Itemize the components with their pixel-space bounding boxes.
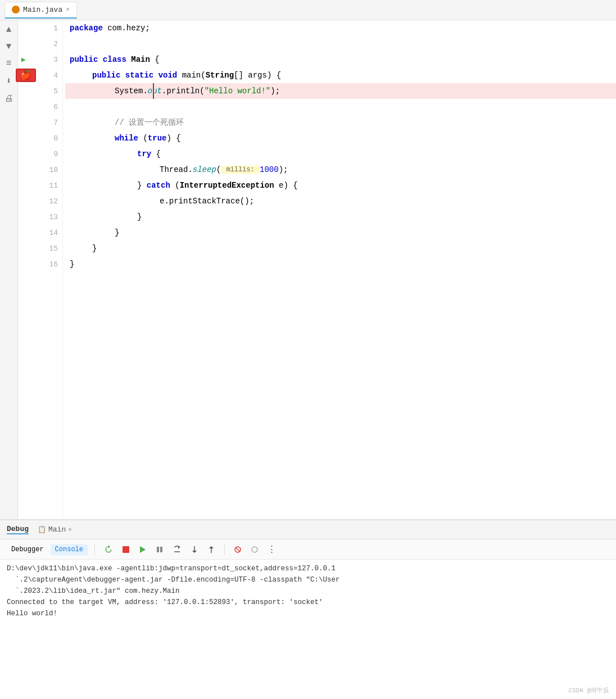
gutter-row-4: ▶ 🍎 4 (18, 67, 62, 83)
line-num-10: 10 (47, 166, 58, 174)
interrupted-exception: InterruptedException (180, 181, 274, 190)
line-num-8: 8 (47, 134, 58, 143)
debug-apple-icon: 🍎 (20, 70, 31, 81)
step-out-button[interactable] (205, 544, 218, 555)
gutter-row-1: 1 (18, 20, 62, 36)
rerun-button[interactable] (102, 544, 115, 555)
step-over-button[interactable] (170, 544, 184, 555)
more-button[interactable]: ⋮ (265, 543, 278, 556)
svg-marker-2 (140, 546, 146, 553)
svg-marker-8 (192, 551, 197, 553)
kw-while: while (115, 134, 138, 143)
gutter-row-3: ▶ 3 (18, 52, 62, 67)
stop-button[interactable] (120, 544, 132, 555)
console-subtab[interactable]: Console (51, 544, 88, 555)
gutter-row-7: 7 (18, 115, 62, 130)
system-out: System. (115, 87, 148, 96)
toolbar-sep-1 (94, 544, 95, 555)
line-num-3: 3 (47, 56, 58, 64)
code-line-1: package com.hezy; (65, 20, 616, 36)
debug-toolbar: Debugger Console (0, 539, 616, 560)
pause-button[interactable] (153, 544, 166, 555)
gutter-row-6: 6 (18, 99, 62, 115)
main-java-tab[interactable]: Main.java × (4, 2, 77, 19)
line-num-4: 4 (47, 71, 58, 80)
console-line-3: `.2023.2\lib\idea_rt.jar" com.hezy.Main (7, 585, 609, 597)
code-line-10: Thread.sleep( millis: 1000); (65, 162, 616, 178)
line-num-15: 15 (47, 244, 58, 253)
clear-button[interactable] (248, 544, 261, 555)
debug-breakpoint-box[interactable]: 🍎 (16, 69, 36, 82)
svg-rect-4 (160, 547, 162, 552)
hello-string: "Hello world!" (205, 87, 271, 96)
sub-tabs: Debugger Console (7, 544, 88, 555)
kw-void: void (158, 71, 178, 80)
arrow-down-icon[interactable]: ▼ (6, 42, 12, 52)
tab-close-button[interactable]: × (66, 6, 70, 13)
code-line-11: } catch (InterruptedException e) { (65, 178, 616, 193)
print-stack-trace: e.printStackT­race(); (160, 197, 254, 206)
sleep-method: sleep (193, 165, 216, 174)
line-num-14: 14 (47, 229, 58, 237)
line-num-11: 11 (47, 181, 58, 190)
line-num-1: 1 (47, 24, 58, 33)
line-num-16: 16 (47, 260, 58, 269)
debugger-subtab[interactable]: Debugger (7, 544, 48, 555)
line-num-7: 7 (47, 119, 58, 127)
code-line-2 (65, 36, 616, 52)
code-line-13: } (65, 209, 616, 225)
editor-container: ▲ ▼ ≡ ⬇ 🖨 1 2 ▶ 3 ▶ 🍎 (0, 20, 616, 519)
kw-catch: catch (147, 181, 170, 190)
align-bottom-icon[interactable]: ⬇ (6, 75, 12, 87)
main-session-tab[interactable]: 📋 Main × (38, 525, 72, 534)
code-line-5: System.out.println("Hello world!"); (65, 83, 616, 99)
sleep-value: 1000 (260, 165, 279, 174)
gutter-row-8: 8 (18, 130, 62, 146)
gutter-row-15: 15 (18, 240, 62, 256)
code-line-7: // 设置一个死循环 (65, 115, 616, 130)
console-line-4: Connected to the target VM, address: '12… (7, 597, 609, 608)
console-line-2: `.2\captureAgent\debugger-agent.jar -Dfi… (7, 574, 609, 585)
code-line-4: public static void main(String[] args) { (65, 67, 616, 83)
code-line-8: while (true) { (65, 130, 616, 146)
print-icon[interactable]: 🖨 (4, 93, 13, 104)
console-output: D:\dev\jdk11\bin\java.exe -agentlib:jdwp… (0, 560, 616, 699)
main-session-label: Main (48, 525, 66, 534)
tab-bar: Main.java × (0, 0, 616, 20)
code-line-9: try { (65, 146, 616, 162)
console-line-5: Hello world! (7, 608, 609, 619)
kw-class: class (103, 55, 126, 64)
code-line-3: public class Main { (65, 52, 616, 67)
gutter-row-13: 13 (18, 209, 62, 225)
run-icon-3[interactable]: ▶ (21, 55, 26, 64)
java-file-icon (12, 6, 20, 13)
line-num-6: 6 (47, 103, 58, 111)
gutter-row-12: 12 (18, 193, 62, 209)
code-line-16: } (65, 256, 616, 272)
param-hint-millis: millis: (221, 166, 260, 174)
code-editor[interactable]: package com.hezy; public class Main { pu… (63, 20, 616, 519)
gutter-row-5: 5 (18, 83, 62, 99)
code-line-14: } (65, 225, 616, 240)
debug-tab[interactable]: Debug (7, 525, 29, 534)
svg-rect-3 (157, 547, 159, 552)
kw-package: package (70, 24, 103, 33)
thread-sleep: Thread. (160, 165, 193, 174)
arrow-up-icon[interactable]: ▲ (6, 25, 12, 35)
out-field: out (148, 87, 162, 96)
code-line-12: e.printStackT­race(); (65, 193, 616, 209)
step-into-button[interactable] (188, 544, 201, 555)
main-session-close[interactable]: × (68, 526, 72, 533)
align-left-icon[interactable]: ≡ (6, 58, 12, 69)
resume-button[interactable] (137, 544, 149, 555)
code-line-6 (65, 99, 616, 115)
toolbar-sep-2 (224, 544, 225, 555)
gutter-row-10: 10 (18, 162, 62, 178)
mute-button[interactable] (232, 544, 244, 555)
line-number-gutter: 1 2 ▶ 3 ▶ 🍎 4 5 6 (18, 20, 63, 519)
comment-cn: 设置一个死循环 (129, 117, 184, 128)
gutter-row-9: 9 (18, 146, 62, 162)
line-num-12: 12 (47, 197, 58, 206)
tab-label: Main.java (23, 6, 62, 14)
comment-prefix: // (115, 118, 129, 127)
